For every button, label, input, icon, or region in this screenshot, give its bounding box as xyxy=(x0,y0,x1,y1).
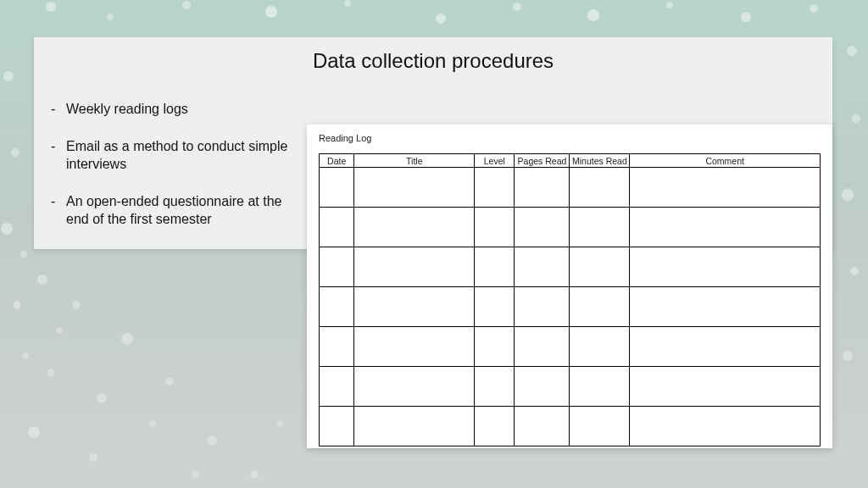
table-cell xyxy=(570,247,630,287)
table-cell xyxy=(354,327,475,367)
table-column-header: Pages Read xyxy=(515,154,570,168)
table-cell xyxy=(630,208,821,247)
table-cell xyxy=(515,327,570,367)
bokeh-dot xyxy=(56,327,63,334)
table-column-header: Level xyxy=(475,154,515,168)
table-row xyxy=(320,287,821,327)
table-cell xyxy=(475,168,515,208)
table-column-header: Title xyxy=(354,154,475,168)
bokeh-dot xyxy=(344,0,351,7)
table-cell xyxy=(630,247,821,287)
bokeh-dot xyxy=(72,301,81,309)
table-cell xyxy=(320,407,354,446)
bokeh-dot xyxy=(3,71,14,81)
bokeh-dot xyxy=(192,471,198,478)
bullet-dash-icon: - xyxy=(51,100,66,119)
bokeh-dot xyxy=(89,453,97,462)
table-cell xyxy=(515,367,570,407)
table-cell xyxy=(475,327,515,367)
reading-log-panel: Reading Log DateTitleLevelPages ReadMinu… xyxy=(307,125,832,448)
bokeh-dot xyxy=(842,189,854,201)
table-cell xyxy=(570,327,630,367)
table-cell xyxy=(320,327,354,367)
bokeh-dot xyxy=(20,251,27,258)
table-cell xyxy=(570,287,630,327)
table-row xyxy=(320,327,821,367)
bokeh-dot xyxy=(107,14,114,20)
table-header-row: DateTitleLevelPages ReadMinutes ReadComm… xyxy=(320,154,821,168)
bokeh-dot xyxy=(587,9,599,21)
bokeh-dot xyxy=(265,6,277,18)
bokeh-dot xyxy=(207,435,217,446)
bokeh-dot xyxy=(276,420,283,427)
bullet-dash-icon: - xyxy=(51,192,66,211)
table-cell xyxy=(320,247,354,287)
table-cell xyxy=(570,407,630,446)
slide-title: Data collection procedures xyxy=(34,49,832,73)
bokeh-dot xyxy=(513,3,521,11)
bokeh-dot xyxy=(149,420,156,427)
table-cell xyxy=(630,367,821,407)
table-cell xyxy=(570,367,630,407)
bokeh-dot xyxy=(843,351,853,361)
table-cell xyxy=(354,367,475,407)
table-cell xyxy=(320,367,354,407)
table-cell xyxy=(320,168,354,208)
table-row xyxy=(320,208,821,247)
table-row xyxy=(320,168,821,208)
table-cell xyxy=(515,287,570,327)
table-cell xyxy=(515,168,570,208)
table-cell xyxy=(630,407,821,446)
bokeh-dot xyxy=(11,148,19,157)
table-column-header: Date xyxy=(320,154,354,168)
bokeh-dot xyxy=(250,470,259,479)
bokeh-dot xyxy=(850,267,859,275)
table-cell xyxy=(320,208,354,247)
bokeh-dot xyxy=(46,2,56,12)
table-cell xyxy=(475,247,515,287)
table-row xyxy=(320,367,821,407)
table-cell xyxy=(475,287,515,327)
bokeh-dot xyxy=(121,333,133,345)
table-cell xyxy=(570,168,630,208)
bokeh-dot xyxy=(37,274,47,285)
bokeh-dot xyxy=(852,114,860,123)
table-cell xyxy=(354,407,475,446)
bokeh-dot xyxy=(810,4,818,13)
table-cell xyxy=(630,168,821,208)
table-column-header: Minutes Read xyxy=(570,154,630,168)
bullet-dash-icon: - xyxy=(51,137,66,156)
list-item: - Email as a method to conduct simple in… xyxy=(51,137,305,174)
table-cell xyxy=(354,208,475,247)
list-item: - An open-ended questionnaire at the end… xyxy=(51,192,305,229)
list-item: - Weekly reading logs xyxy=(51,100,305,119)
table-cell xyxy=(630,327,821,367)
bokeh-dot xyxy=(22,352,29,359)
table-cell xyxy=(570,208,630,247)
table-cell xyxy=(630,287,821,327)
reading-log-title: Reading Log xyxy=(319,133,821,143)
bullet-text: An open-ended questionnaire at the end o… xyxy=(66,192,305,229)
table-body xyxy=(320,168,821,446)
table-cell xyxy=(515,407,570,446)
table-cell xyxy=(354,247,475,287)
bokeh-dot xyxy=(165,377,174,385)
table-row xyxy=(320,407,821,446)
bullet-text: Weekly reading logs xyxy=(66,100,188,119)
bokeh-dot xyxy=(847,46,857,56)
table-cell xyxy=(475,367,515,407)
reading-log-table: DateTitleLevelPages ReadMinutes ReadComm… xyxy=(319,153,821,446)
bokeh-dot xyxy=(741,12,751,22)
table-cell xyxy=(354,287,475,327)
table-cell xyxy=(320,287,354,327)
bullet-text: Email as a method to conduct simple inte… xyxy=(66,137,305,174)
table-cell xyxy=(475,208,515,247)
table-column-header: Comment xyxy=(630,154,821,168)
bokeh-dot xyxy=(436,14,446,24)
table-row xyxy=(320,247,821,287)
bokeh-dot xyxy=(1,223,13,235)
table-cell xyxy=(515,208,570,247)
bullet-list: - Weekly reading logs - Email as a metho… xyxy=(51,100,305,247)
bokeh-dot xyxy=(47,369,55,377)
bokeh-dot xyxy=(13,301,21,309)
